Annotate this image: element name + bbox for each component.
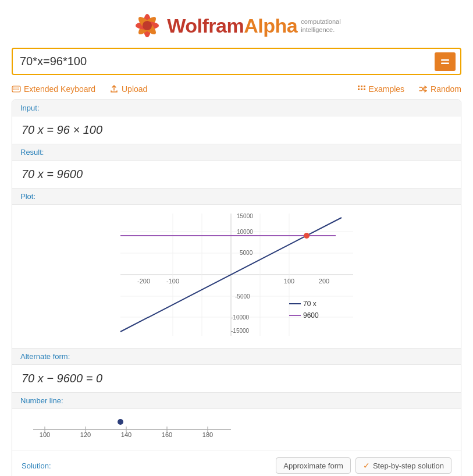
svg-text:9600: 9600 bbox=[303, 311, 319, 319]
plot-label: Plot: bbox=[20, 192, 35, 201]
svg-rect-14 bbox=[358, 86, 360, 87]
logo-text: Wolfram Alpha computational intelligence… bbox=[167, 16, 340, 35]
results-container: Input: 70 x = 96 × 100 Result: 70 x = 96… bbox=[12, 100, 461, 476]
svg-rect-5 bbox=[441, 59, 449, 61]
svg-rect-12 bbox=[16, 90, 17, 91]
examples-label: Examples bbox=[369, 84, 404, 94]
step-by-step-label: Step-by-step solution bbox=[373, 461, 444, 470]
svg-rect-16 bbox=[364, 86, 365, 87]
svg-rect-17 bbox=[358, 88, 360, 90]
extended-keyboard-button[interactable]: Extended Keyboard bbox=[12, 84, 95, 94]
extended-keyboard-label: Extended Keyboard bbox=[24, 84, 95, 94]
svg-text:-100: -100 bbox=[166, 278, 179, 285]
search-submit-button[interactable] bbox=[435, 52, 456, 71]
alternate-form-content: 70 x − 9600 = 0 bbox=[12, 365, 461, 392]
alternate-form-math: 70 x − 9600 = 0 bbox=[22, 372, 451, 385]
svg-text:140: 140 bbox=[121, 431, 131, 438]
svg-text:-5000: -5000 bbox=[235, 293, 250, 300]
svg-rect-19 bbox=[364, 88, 365, 90]
result-section: Result: 70 x = 9600 bbox=[12, 144, 461, 189]
svg-rect-13 bbox=[17, 90, 19, 91]
solution-label: Solution: bbox=[22, 461, 51, 470]
svg-point-4 bbox=[143, 21, 152, 30]
svg-point-33 bbox=[304, 233, 310, 239]
svg-rect-6 bbox=[441, 62, 449, 64]
number-line-section: Number line: 100 120 140 160 180 bbox=[12, 393, 461, 450]
number-line-header: Number line: bbox=[12, 393, 461, 409]
search-container bbox=[0, 48, 473, 81]
plot-area: -100 -200 100 200 5000 10000 15000 -5000… bbox=[12, 205, 461, 348]
svg-rect-15 bbox=[361, 86, 362, 87]
logo-wolfram: Wolfram bbox=[167, 16, 244, 35]
input-math: 70 x = 96 × 100 bbox=[22, 123, 451, 137]
svg-text:180: 180 bbox=[202, 431, 213, 438]
svg-rect-7 bbox=[12, 86, 20, 92]
search-box bbox=[12, 48, 461, 75]
random-icon bbox=[418, 84, 428, 94]
upload-label: Upload bbox=[122, 84, 147, 94]
svg-rect-18 bbox=[361, 88, 362, 90]
svg-text:100: 100 bbox=[283, 278, 294, 285]
svg-text:100: 100 bbox=[40, 431, 50, 438]
approximate-form-button[interactable]: Approximate form bbox=[276, 457, 351, 474]
plot-header: Plot: bbox=[12, 189, 461, 205]
input-header: Input: bbox=[12, 100, 461, 116]
result-label: Result: bbox=[20, 148, 44, 157]
svg-rect-11 bbox=[13, 90, 15, 91]
toolbar: Extended Keyboard Upload Examples Random bbox=[0, 81, 473, 100]
svg-text:5000: 5000 bbox=[240, 250, 253, 256]
svg-rect-9 bbox=[16, 88, 17, 89]
solution-buttons: Approximate form ✓ Step-by-step solution bbox=[276, 457, 451, 474]
logo-tagline-line1: computational bbox=[301, 17, 341, 26]
header: Wolfram Alpha computational intelligence… bbox=[0, 0, 473, 48]
svg-text:200: 200 bbox=[318, 278, 329, 285]
alternate-form-section: Alternate form: 70 x − 9600 = 0 bbox=[12, 349, 461, 393]
keyboard-icon bbox=[12, 84, 21, 94]
plot-svg: -100 -200 100 200 5000 10000 15000 -5000… bbox=[115, 211, 359, 339]
search-input[interactable] bbox=[20, 49, 435, 74]
number-line-area: 100 120 140 160 180 bbox=[12, 409, 461, 450]
input-label: Input: bbox=[20, 104, 40, 112]
random-label: Random bbox=[431, 84, 461, 94]
step-by-step-button[interactable]: ✓ Step-by-step solution bbox=[355, 457, 451, 474]
input-section: Input: 70 x = 96 × 100 bbox=[12, 100, 461, 144]
svg-text:70 x: 70 x bbox=[303, 300, 316, 308]
svg-text:-200: -200 bbox=[137, 278, 150, 285]
upload-button[interactable]: Upload bbox=[109, 84, 147, 94]
examples-button[interactable]: Examples bbox=[357, 84, 404, 94]
alternate-form-header: Alternate form: bbox=[12, 349, 461, 365]
logo-alpha: Alpha bbox=[244, 16, 297, 35]
result-math: 70 x = 9600 bbox=[22, 168, 451, 181]
svg-text:-10000: -10000 bbox=[231, 314, 250, 321]
svg-text:120: 120 bbox=[80, 431, 91, 438]
logo: Wolfram Alpha computational intelligence… bbox=[132, 10, 340, 41]
svg-text:-15000: -15000 bbox=[231, 328, 250, 334]
svg-text:15000: 15000 bbox=[237, 213, 253, 219]
examples-icon bbox=[357, 84, 366, 94]
random-button[interactable]: Random bbox=[418, 84, 461, 94]
svg-rect-10 bbox=[17, 88, 19, 89]
number-line-svg: 100 120 140 160 180 bbox=[22, 415, 243, 438]
svg-text:10000: 10000 bbox=[237, 229, 253, 235]
solution-header-row: Solution: Approximate form ✓ Step-by-ste… bbox=[22, 457, 451, 474]
upload-icon bbox=[109, 84, 119, 94]
result-header: Result: bbox=[12, 144, 461, 161]
solution-section: Solution: Approximate form ✓ Step-by-ste… bbox=[12, 450, 461, 476]
svg-point-59 bbox=[118, 419, 123, 425]
logo-tagline-line2: intelligence. bbox=[301, 26, 341, 34]
check-icon: ✓ bbox=[363, 461, 370, 470]
alternate-form-label: Alternate form: bbox=[20, 352, 70, 361]
plot-section: Plot: bbox=[12, 189, 461, 349]
equals-icon bbox=[439, 56, 451, 68]
solution-area: Solution: Approximate form ✓ Step-by-ste… bbox=[12, 450, 461, 476]
logo-icon bbox=[132, 10, 162, 41]
svg-text:160: 160 bbox=[162, 431, 172, 438]
result-content: 70 x = 9600 bbox=[12, 161, 461, 188]
input-content: 70 x = 96 × 100 bbox=[12, 116, 461, 144]
number-line-label: Number line: bbox=[20, 396, 63, 405]
svg-rect-8 bbox=[13, 88, 15, 89]
